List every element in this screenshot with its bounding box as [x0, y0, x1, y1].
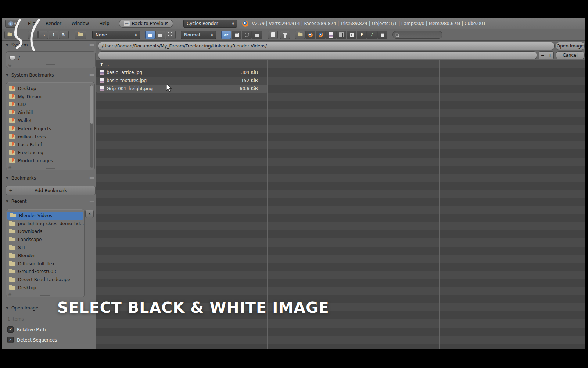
display-size-dropdown[interactable]: Normal ▲▼ — [181, 31, 216, 39]
long-list-icon — [158, 33, 162, 37]
relative-path-option[interactable]: ✓ Relative Path — [7, 326, 46, 333]
collapse-triangle-icon: ▼ — [6, 73, 8, 77]
bookmark-item[interactable]: million_trees — [6, 133, 94, 141]
clear-recent-button[interactable]: ✕ — [85, 210, 94, 218]
file-row[interactable]: basic_textures.jpg 152 KiB — [96, 77, 267, 85]
resize-handle[interactable] — [46, 167, 55, 169]
recent-item[interactable]: Landscape — [6, 236, 84, 244]
cancel-button[interactable]: Cancel — [556, 51, 585, 59]
folder-icon — [298, 33, 302, 36]
decrement-filename-button[interactable]: − — [539, 51, 546, 59]
logo-watermark — [6, 18, 50, 52]
scrollbar[interactable] — [90, 85, 93, 168]
panel-header-bookmarks[interactable]: ▼ Bookmarks ≡≡ — [6, 175, 94, 181]
bookmark-item[interactable]: Extern Projects — [6, 125, 94, 133]
add-entry-icon[interactable]: ⊕ — [8, 166, 12, 169]
filter-toggle-button[interactable] — [280, 31, 290, 39]
recent-item[interactable]: STL — [6, 244, 84, 252]
sort-size-button[interactable] — [252, 31, 262, 39]
collapse-triangle-icon: ▼ — [6, 306, 8, 310]
view-short-list-button[interactable] — [145, 31, 155, 39]
search-input[interactable] — [392, 31, 442, 39]
bookmark-item[interactable]: Freelancing — [6, 149, 94, 157]
bookmark-item[interactable]: My_Dream — [6, 93, 94, 101]
add-entry-icon[interactable]: ⊕ — [8, 63, 12, 67]
sort-alpha-button[interactable]: az — [221, 31, 231, 39]
file-row-parent[interactable]: ↑ .. — [96, 60, 267, 68]
add-bookmark-button[interactable]: + Add Bookmark — [6, 186, 96, 195]
bookmark-item[interactable]: Wallet — [6, 117, 94, 125]
directory-path-input[interactable]: /Users/Roman/Documents/My_Dream/Freelanc… — [98, 42, 555, 50]
recent-item[interactable]: Blender — [6, 252, 84, 260]
filter-folders-button[interactable] — [295, 31, 305, 39]
recent-item[interactable]: pro_lighting_skies_demo_hd... — [6, 220, 84, 228]
filter-sounds-button[interactable]: ♪ — [367, 31, 377, 39]
recent-preset-dropdown[interactable]: None ▲▼ — [92, 31, 140, 39]
filter-blend-backup-button[interactable] — [316, 31, 326, 39]
checkbox-checked-icon[interactable]: ✓ — [7, 337, 14, 343]
bookmark-folder-icon — [9, 135, 15, 139]
nav-parent-button[interactable]: ↑ — [49, 31, 58, 39]
view-long-list-button[interactable] — [155, 31, 165, 39]
panel-grip-icon: ≡≡ — [89, 43, 94, 47]
filter-fonts-button[interactable]: F — [357, 31, 367, 39]
system-item-root[interactable]: / — [6, 54, 95, 62]
text-file-icon — [381, 33, 384, 37]
folder-icon — [9, 286, 15, 290]
filter-images-button[interactable] — [326, 31, 336, 39]
filter-movies-button[interactable] — [336, 31, 346, 39]
resize-handle[interactable] — [46, 64, 55, 66]
column-divider — [439, 60, 440, 349]
bookmark-item[interactable]: Product_images — [6, 157, 94, 165]
bookmark-folder-icon — [9, 151, 15, 155]
recent-item[interactable]: Desktop — [6, 284, 84, 292]
menu-window[interactable]: Window — [67, 21, 94, 26]
back-arrow-icon: ⇦ — [124, 21, 130, 26]
file-row-selected[interactable]: Grip_001_height.png 60.6 KiB — [96, 85, 267, 93]
funnel-icon — [283, 33, 287, 36]
create-directory-button[interactable]: + — [75, 31, 86, 39]
sort-extension-button[interactable] — [232, 31, 241, 39]
bookmark-item[interactable]: Desktop — [6, 85, 94, 93]
render-engine-select[interactable]: Cycles Render ▲▼ — [183, 20, 237, 28]
recent-item[interactable]: Downloads — [6, 228, 84, 236]
increment-filename-button[interactable]: + — [546, 51, 554, 59]
mouse-cursor — [165, 83, 174, 93]
recent-item[interactable]: Diffusor_full_flex — [6, 260, 84, 268]
add-entry-icon[interactable]: ⊕ — [8, 293, 12, 296]
filter-scripts-button[interactable] — [347, 31, 356, 39]
recent-item[interactable]: Desert Road Landscape — [6, 276, 84, 284]
bookmark-item[interactable]: CID — [6, 101, 94, 109]
recent-item-selected[interactable]: Blender Videos — [7, 212, 83, 220]
recent-item[interactable]: GroundForest003 — [6, 268, 84, 276]
panel-grip-icon: ≡≡ — [89, 199, 94, 203]
filter-blend-button[interactable] — [305, 31, 315, 39]
bookmark-folder-icon — [9, 159, 15, 163]
sort-time-button[interactable] — [242, 31, 252, 39]
resize-handle[interactable] — [40, 294, 50, 296]
bookmark-item[interactable]: Airchill — [6, 109, 94, 117]
bookmark-folder-icon — [9, 87, 15, 91]
blend-backup-icon — [319, 33, 323, 37]
panel-grip-icon: ≡≡ — [89, 176, 94, 180]
filename-input[interactable] — [98, 51, 537, 59]
menu-help[interactable]: Help — [94, 21, 114, 26]
panel-header-recent[interactable]: ▼ Recent ≡≡ — [6, 198, 94, 204]
open-image-button[interactable]: Open Image — [556, 42, 585, 50]
view-thumbnails-button[interactable] — [166, 31, 176, 39]
refresh-button[interactable]: ↻ — [59, 31, 69, 39]
folder-icon — [9, 230, 15, 233]
filter-text-button[interactable] — [377, 31, 387, 39]
back-to-previous-button[interactable]: ⇦ Back to Previous — [119, 20, 173, 28]
file-row[interactable]: basic_lattice.jpg 304 KiB — [96, 68, 267, 77]
panel-header-system-bookmarks[interactable]: ▼ System Bookmarks ≡≡ — [6, 72, 94, 78]
bookmark-item[interactable]: Luca Relief — [6, 141, 94, 149]
chevron-updown-icon: ▲▼ — [232, 22, 234, 25]
detect-sequences-option[interactable]: ✓ Detect Sequences — [7, 337, 57, 343]
scrollbar-thumb[interactable] — [90, 85, 93, 124]
file-browser-toolbar: ▲▼ ← → ↑ ↻ + None ▲▼ Normal ▲▼ — [2, 29, 585, 41]
show-hidden-toggle[interactable] — [268, 31, 278, 39]
refresh-icon: ↻ — [62, 32, 65, 38]
checkbox-checked-icon[interactable]: ✓ — [7, 326, 14, 333]
scene-stats: v2.79 | Verts:294,914 | Faces:589,824 | … — [252, 21, 486, 26]
